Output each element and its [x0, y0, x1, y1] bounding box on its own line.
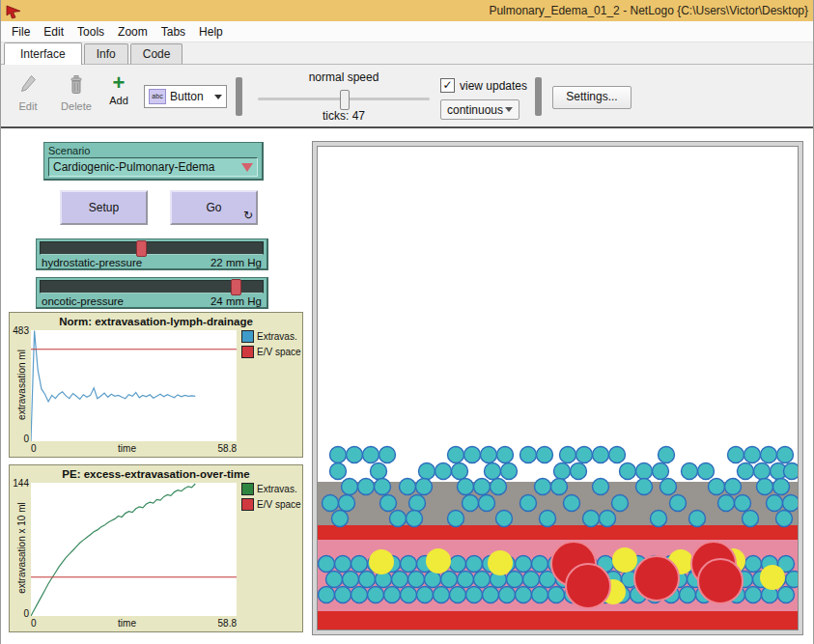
water-molecule [332, 511, 349, 527]
water-molecule [450, 587, 466, 603]
plot-legend: Extravas. E/V space [241, 483, 301, 514]
add-widget-button[interactable]: + Add [103, 73, 134, 106]
water-molecule [532, 556, 548, 573]
water-molecule [368, 587, 384, 603]
widget-type-value: Button [170, 90, 214, 103]
water-molecule [358, 479, 375, 495]
water-molecule [319, 587, 335, 603]
chooser-field[interactable]: Cardiogenic-Pulmonary-Edema [48, 157, 258, 177]
y-axis-title: extravasation x 10 ml [16, 494, 27, 602]
water-molecule [323, 495, 339, 512]
water-molecule [375, 479, 391, 495]
water-molecule [335, 587, 351, 603]
view-updates-checkbox[interactable]: ✓ [440, 78, 455, 93]
water-molecule [786, 572, 800, 588]
legend-label: E/V space [257, 499, 301, 510]
tab-interface[interactable]: Interface [4, 42, 82, 65]
water-molecule [330, 447, 347, 463]
world-view[interactable] [317, 146, 799, 630]
hydrostatic-pressure-slider[interactable]: hydrostatic-pressure 22 mm Hg [36, 238, 268, 270]
x-min-label: 0 [31, 618, 37, 629]
title-bar[interactable]: Pulmonary_Edema_01_2 - NetLogo {C:\Users… [1, 0, 813, 21]
legend-swatch-ev-space [241, 498, 254, 511]
water-molecule [728, 447, 744, 463]
albumin-molecule [369, 549, 394, 574]
water-molecule [501, 463, 518, 480]
water-molecule [767, 495, 783, 512]
view-updates-control[interactable]: ✓ view updates [440, 78, 527, 93]
legend-label: E/V space [257, 347, 301, 357]
speed-control: normal speed ticks: 47 [254, 70, 434, 123]
slider-handle[interactable] [136, 240, 147, 257]
water-molecule [560, 447, 576, 463]
edit-widget-button[interactable]: Edit [11, 74, 45, 112]
ticks-counter: ticks: 47 [254, 109, 434, 123]
water-molecule [548, 587, 565, 603]
netlogo-logo-icon [5, 2, 22, 19]
menu-help[interactable]: Help [192, 23, 230, 41]
water-molecule [680, 587, 696, 603]
water-molecule [520, 495, 537, 512]
water-molecule [335, 556, 351, 573]
go-button[interactable]: Go ↻ [170, 190, 258, 225]
menu-tabs[interactable]: Tabs [154, 23, 192, 41]
water-molecule [709, 479, 725, 495]
settings-button[interactable]: Settings... [552, 86, 632, 109]
water-molecule [466, 587, 483, 603]
scenario-chooser[interactable]: Scenario Cardiogenic-Pulmonary-Edema [43, 142, 264, 181]
red-blood-cell [566, 564, 610, 608]
water-molecule [773, 479, 790, 495]
water-molecule [380, 495, 397, 512]
water-molecule [425, 572, 441, 588]
water-molecule [540, 511, 556, 527]
widget-type-dropdown[interactable]: abc Button [144, 85, 227, 108]
water-molecule [479, 495, 495, 512]
water-molecule [342, 479, 358, 495]
menu-zoom[interactable]: Zoom [111, 23, 154, 41]
chooser-dropdown-triangle-icon [241, 163, 253, 172]
water-molecule [483, 587, 499, 603]
water-molecule [651, 511, 667, 527]
water-molecule [523, 572, 540, 588]
water-molecule [326, 572, 343, 588]
tab-info[interactable]: Info [84, 43, 128, 64]
plot-extravasation-lymph-drainage: Norm: extravasation-lymph-drainage 483 0… [9, 312, 303, 458]
tab-code[interactable]: Code [130, 43, 183, 64]
slider-groove[interactable] [40, 241, 264, 255]
oncotic-pressure-slider[interactable]: oncotic-pressure 24 mm Hg [36, 277, 268, 309]
trash-icon [68, 74, 85, 95]
menu-edit[interactable]: Edit [37, 23, 70, 41]
water-molecule [689, 511, 706, 527]
menu-tools[interactable]: Tools [70, 23, 111, 41]
speed-slider-thumb[interactable] [340, 90, 350, 110]
water-molecule [660, 479, 677, 495]
water-molecule [485, 463, 501, 480]
red-blood-cell [698, 559, 743, 603]
water-molecule [435, 463, 452, 480]
red-blood-cell [634, 556, 679, 601]
netlogo-window: Pulmonary_Edema_01_2 - NetLogo {C:\Users… [0, 0, 814, 644]
water-molecule [620, 463, 636, 480]
slider-label: hydrostatic-pressure [42, 257, 211, 268]
update-mode-value: continuous [447, 103, 505, 117]
slider-groove[interactable] [40, 280, 264, 294]
speed-slider-track[interactable] [258, 98, 430, 100]
slider-handle[interactable] [231, 279, 241, 295]
water-molecule [408, 572, 425, 588]
menu-bar: File Edit Tools Zoom Tabs Help [1, 21, 813, 42]
chooser-label: Scenario [48, 145, 258, 156]
update-mode-dropdown[interactable]: continuous [440, 99, 519, 120]
water-molecule [571, 463, 587, 480]
world-view-frame [312, 141, 803, 635]
water-molecule [434, 587, 450, 603]
go-button-label: Go [206, 201, 221, 214]
water-molecule [725, 479, 742, 495]
setup-button[interactable]: Setup [60, 190, 148, 225]
water-molecule [458, 479, 474, 495]
water-molecule [450, 556, 466, 573]
delete-widget-button[interactable]: Delete [56, 74, 97, 112]
menu-file[interactable]: File [5, 23, 37, 41]
window-title: Pulmonary_Edema_01_2 - NetLogo {C:\Users… [22, 4, 813, 17]
water-molecule [600, 511, 616, 527]
water-molecule [401, 587, 417, 603]
